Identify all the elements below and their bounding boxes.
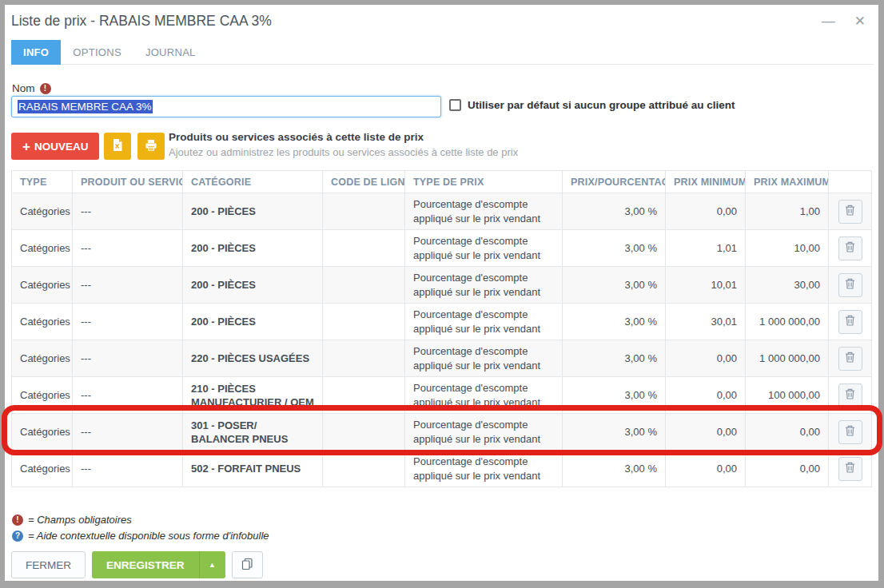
cell-prix-pourcentage: 3,00 %: [563, 451, 666, 487]
cell-categorie: 200 - PIÈCES: [183, 267, 323, 304]
name-field-label: Nom !: [12, 82, 51, 94]
cell-type-de-prix: Pourcentage d'escompte appliqué sur le p…: [405, 377, 563, 414]
cell-type-de-prix: Pourcentage d'escompte appliqué sur le p…: [405, 267, 563, 304]
cell-code-de-ligne: [323, 304, 405, 340]
close-button[interactable]: FERMER: [11, 551, 86, 578]
delete-row-button[interactable]: [838, 200, 862, 224]
save-dropdown-button[interactable]: ▲: [199, 551, 225, 578]
trash-icon: [845, 315, 855, 328]
cell-prix-maximum: 10,00: [746, 230, 829, 267]
default-group-checkbox[interactable]: [449, 99, 461, 111]
cell-prix-pourcentage: 3,00 %: [563, 267, 666, 304]
cell-prix-maximum: 0,00: [746, 414, 829, 451]
cell-code-de-ligne: [323, 451, 405, 487]
table-row: Catégories --- 200 - PIÈCES Pourcentage …: [12, 193, 872, 230]
delete-row-button[interactable]: [838, 420, 862, 444]
cell-prix-minimum: 0,00: [666, 377, 746, 414]
plus-icon: +: [22, 140, 30, 153]
cell-code-de-ligne: [323, 377, 405, 414]
trash-icon: [845, 241, 855, 255]
legend-required: ! = Champs obligatoires: [12, 514, 269, 526]
cell-prix-pourcentage: 3,00 %: [563, 230, 666, 267]
cell-categorie: 200 - PIÈCES: [183, 304, 323, 340]
delete-row-button[interactable]: [838, 457, 862, 481]
name-input[interactable]: RABAIS MEMBRE CAA 3%: [11, 96, 441, 117]
default-group-checkbox-label: Utiliser par défaut si aucun groupe attr…: [468, 99, 735, 111]
cell-prix-maximum: 1 000 000,00: [746, 340, 829, 377]
cell-type: Catégories: [12, 230, 73, 267]
save-button[interactable]: ENREGISTRER: [92, 551, 199, 578]
new-button[interactable]: + NOUVEAU: [11, 133, 99, 160]
cell-prix-pourcentage: 3,00 %: [563, 414, 666, 451]
print-button[interactable]: [137, 133, 165, 160]
tab-journal[interactable]: JOURNAL: [133, 40, 208, 65]
cell-produit-ou-service: ---: [73, 304, 183, 340]
table-header-row: TYPEPRODUIT OU SERVICECATÉGORIECODE DE L…: [12, 171, 872, 193]
tab-options[interactable]: OPTIONS: [61, 40, 133, 65]
table-row: Catégories --- 210 - PIÈCES MANUFACTURIE…: [12, 377, 872, 414]
cell-categorie: 200 - PIÈCES: [183, 193, 323, 230]
close-icon[interactable]: ✕: [854, 14, 866, 29]
cell-code-de-ligne: [323, 193, 405, 230]
cell-prix-minimum: 0,00: [666, 193, 746, 230]
cell-prix-pourcentage: 3,00 %: [563, 377, 666, 414]
cell-produit-ou-service: ---: [73, 451, 183, 487]
column-header: CODE DE LIGNE: [323, 171, 405, 193]
cell-type: Catégories: [12, 267, 73, 304]
excel-export-button[interactable]: [104, 133, 131, 160]
cell-prix-minimum: 1,01: [666, 230, 746, 267]
column-header: PRODUIT OU SERVICE: [73, 171, 183, 193]
cell-type: Catégories: [12, 377, 73, 414]
cell-type-de-prix: Pourcentage d'escompte appliqué sur le p…: [405, 304, 563, 340]
minimize-icon[interactable]: —: [822, 14, 835, 29]
column-header: TYPE DE PRIX: [405, 171, 563, 193]
cell-code-de-ligne: [323, 267, 405, 304]
default-group-checkbox-row: Utiliser par défaut si aucun groupe attr…: [449, 99, 735, 111]
cell-type-de-prix: Pourcentage d'escompte appliqué sur le p…: [405, 340, 563, 377]
tab-info[interactable]: INFO: [11, 40, 61, 65]
cell-code-de-ligne: [323, 230, 405, 267]
delete-row-button[interactable]: [838, 273, 862, 297]
delete-row-button[interactable]: [838, 347, 862, 371]
cell-type: Catégories: [12, 193, 73, 230]
cell-categorie: 220 - PIÈCES USAGÉES: [183, 340, 323, 377]
column-header: PRIX MAXIMUM: [746, 171, 829, 193]
table-row: Catégories --- 301 - POSER/ BALANCER PNE…: [12, 414, 872, 451]
column-header: PRIX MINIMUM: [666, 171, 746, 193]
copy-icon: [241, 558, 253, 573]
delete-row-button[interactable]: [838, 383, 862, 407]
cell-prix-maximum: 100 000,00: [746, 377, 829, 414]
cell-produit-ou-service: ---: [73, 193, 183, 230]
column-header: [829, 171, 872, 193]
duplicate-button[interactable]: [232, 551, 263, 578]
cell-prix-minimum: 10,01: [666, 267, 746, 304]
cell-type: Catégories: [12, 414, 73, 451]
trash-icon: [845, 425, 855, 439]
tab-bar: INFO OPTIONS JOURNAL: [11, 40, 874, 65]
delete-row-button[interactable]: [838, 310, 862, 334]
trash-icon: [845, 462, 855, 475]
chevron-up-icon: ▲: [209, 561, 216, 569]
table-row: Catégories --- 200 - PIÈCES Pourcentage …: [12, 267, 872, 304]
delete-row-button[interactable]: [838, 236, 862, 260]
column-header: CATÉGORIE: [183, 171, 323, 193]
cell-type: Catégories: [12, 451, 73, 487]
cell-prix-maximum: 0,00: [746, 451, 829, 487]
cell-produit-ou-service: ---: [73, 230, 183, 267]
excel-export-icon: [111, 138, 124, 154]
cell-code-de-ligne: [323, 340, 405, 377]
name-input-selected-text: RABAIS MEMBRE CAA 3%: [18, 100, 153, 113]
dialog-title: Liste de prix - RABAIS MEMBRE CAA 3%: [11, 13, 272, 30]
cell-prix-maximum: 1 000 000,00: [746, 304, 829, 340]
cell-produit-ou-service: ---: [73, 377, 183, 414]
cell-prix-maximum: 30,00: [746, 267, 829, 304]
cell-type-de-prix: Pourcentage d'escompte appliqué sur le p…: [405, 193, 563, 230]
trash-icon: [845, 278, 855, 292]
legend-help: ? = Aide contextuelle disponible sous fo…: [12, 530, 269, 542]
cell-prix-pourcentage: 3,00 %: [563, 193, 666, 230]
cell-type: Catégories: [12, 340, 73, 377]
trash-icon: [845, 388, 855, 402]
cell-prix-pourcentage: 3,00 %: [563, 340, 666, 377]
section-title: Produits ou services associés à cette li…: [169, 131, 518, 143]
cell-type-de-prix: Pourcentage d'escompte appliqué sur le p…: [405, 451, 563, 487]
